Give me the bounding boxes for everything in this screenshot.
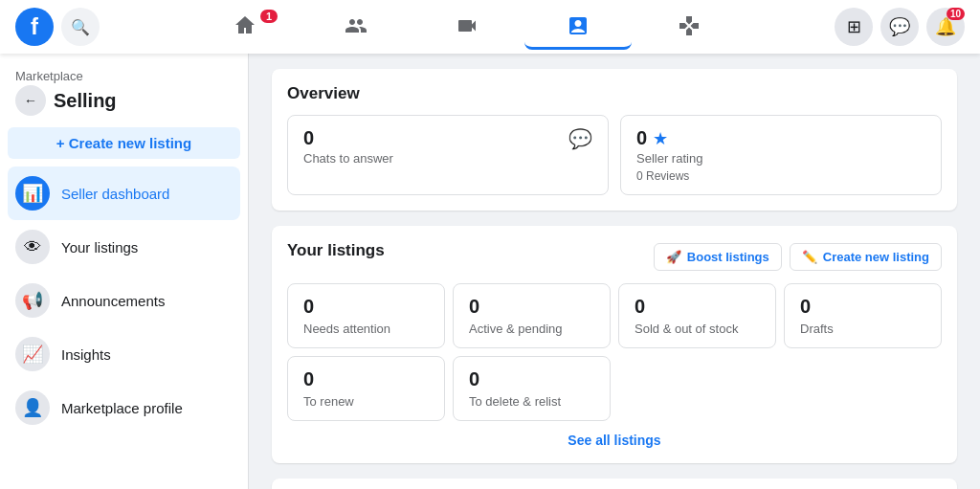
chats-header: 0 Chats to answer 💬 [303, 127, 592, 166]
create-icon: ✏️ [802, 250, 817, 264]
notifications-button[interactable]: 🔔 10 [926, 8, 965, 46]
sidebar-item-marketplace-profile[interactable]: 👤 Marketplace profile [8, 381, 240, 434]
chats-value: 0 [303, 127, 393, 149]
insights-icon: 📈 [15, 337, 50, 371]
listings-stats-row2: 0 To renew 0 To delete & relist [287, 356, 942, 421]
active-pending-card: 0 Active & pending [453, 283, 611, 348]
messenger-button[interactable]: 💬 [880, 8, 919, 46]
back-button[interactable]: ← [15, 85, 46, 116]
sidebar: Marketplace ← Selling + Create new listi… [0, 54, 249, 489]
sidebar-title-row: ← Selling [8, 85, 240, 127]
to-renew-label: To renew [303, 394, 429, 409]
listings-title: Your listings [287, 241, 385, 260]
to-renew-value: 0 [303, 368, 429, 390]
sidebar-item-label: Seller dashboard [61, 186, 169, 202]
seller-rating-label: Seller rating [636, 151, 702, 166]
boost-listings-button[interactable]: 🚀 Boost listings [654, 243, 782, 271]
chats-content: 0 Chats to answer [303, 127, 393, 166]
nav-left: f 🔍 [15, 8, 100, 46]
chats-card: 0 Chats to answer 💬 [287, 115, 609, 195]
listings-actions: 🚀 Boost listings ✏️ Create new listing [654, 243, 942, 271]
sidebar-item-label: Announcements [61, 293, 165, 309]
sold-out-stock-label: Sold & out of stock [635, 322, 760, 336]
drafts-value: 0 [800, 296, 925, 318]
insights-section: Marketplace insights Last 7 days ▾ 👁 0 C… [272, 478, 957, 489]
needs-attention-label: Needs attention [303, 322, 429, 336]
listings-stats-row1: 0 Needs attention 0 Active & pending 0 S… [287, 283, 942, 348]
sidebar-item-seller-dashboard[interactable]: 📊 Seller dashboard [8, 167, 240, 220]
boost-listings-label: Boost listings [687, 250, 769, 264]
overview-section: Overview 0 Chats to answer 💬 [272, 69, 957, 211]
sidebar-item-announcements[interactable]: 📢 Announcements [8, 274, 240, 327]
star-icon: ★ [653, 128, 668, 149]
marketplace-profile-icon: 👤 [15, 390, 50, 425]
active-pending-value: 0 [469, 296, 594, 318]
listings-section: Your listings 🚀 Boost listings ✏️ Create… [272, 226, 957, 463]
sidebar-item-label: Insights [61, 346, 111, 363]
chats-icon: 💬 [568, 127, 592, 150]
nav-video[interactable] [413, 4, 521, 50]
top-nav: f 🔍 1 ⊞ 💬 🔔 10 [0, 0, 980, 54]
overview-title: Overview [287, 84, 942, 103]
seller-rating-content: 0 ★ Seller rating 0 Reviews [636, 127, 702, 183]
notifications-badge: 10 [947, 8, 965, 20]
to-delete-relist-card: 0 To delete & relist [453, 356, 611, 421]
to-renew-card: 0 To renew [287, 356, 445, 421]
sidebar-item-label: Marketplace profile [61, 400, 183, 416]
create-listing-label: Create new listing [823, 250, 929, 264]
to-delete-relist-label: To delete & relist [469, 394, 594, 409]
see-all-listings[interactable]: See all listings [287, 433, 942, 448]
active-pending-label: Active & pending [469, 322, 594, 336]
seller-dashboard-icon: 📊 [15, 176, 50, 211]
seller-rating-sub: 0 Reviews [636, 169, 702, 183]
sidebar-item-insights[interactable]: 📈 Insights [8, 327, 240, 381]
sidebar-item-your-listings[interactable]: 👁 Your listings [8, 220, 240, 274]
needs-attention-card: 0 Needs attention [287, 283, 445, 348]
seller-rating-card: 0 ★ Seller rating 0 Reviews [620, 115, 942, 195]
announcements-icon: 📢 [15, 283, 50, 318]
search-button[interactable]: 🔍 [61, 8, 100, 46]
nav-gaming[interactable] [635, 4, 743, 50]
to-delete-relist-value: 0 [469, 368, 594, 390]
seller-rating-header: 0 ★ Seller rating 0 Reviews [636, 127, 925, 183]
create-listing-button[interactable]: ✏️ Create new listing [790, 243, 942, 271]
empty-stat-1 [618, 356, 776, 421]
nav-friends[interactable] [302, 4, 410, 50]
drafts-label: Drafts [800, 322, 925, 336]
home-badge: 1 [260, 10, 278, 23]
needs-attention-value: 0 [303, 296, 429, 318]
chats-label: Chats to answer [303, 151, 393, 166]
overview-grid: 0 Chats to answer 💬 0 ★ Seller [287, 115, 942, 195]
facebook-logo[interactable]: f [15, 8, 54, 46]
seller-rating-value: 0 [636, 127, 647, 149]
boost-icon: 🚀 [666, 250, 681, 264]
sidebar-title: Selling [54, 90, 117, 112]
page-layout: Marketplace ← Selling + Create new listi… [0, 54, 980, 489]
create-new-listing-button[interactable]: + Create new listing [8, 127, 240, 159]
your-listings-icon: 👁 [15, 230, 50, 264]
sold-out-stock-value: 0 [635, 296, 760, 318]
listings-header: Your listings 🚀 Boost listings ✏️ Create… [287, 241, 942, 272]
nav-home[interactable]: 1 [191, 4, 299, 50]
breadcrumb: Marketplace [8, 69, 240, 85]
nav-marketplace[interactable] [524, 4, 632, 50]
grid-menu-button[interactable]: ⊞ [835, 8, 873, 46]
empty-stat-2 [784, 356, 942, 421]
drafts-card: 0 Drafts [784, 283, 942, 348]
nav-right: ⊞ 💬 🔔 10 [835, 8, 965, 46]
main-content: Overview 0 Chats to answer 💬 [249, 54, 980, 489]
nav-center: 1 [191, 4, 743, 50]
sidebar-item-label: Your listings [61, 239, 138, 256]
sold-out-stock-card: 0 Sold & out of stock [618, 283, 776, 348]
